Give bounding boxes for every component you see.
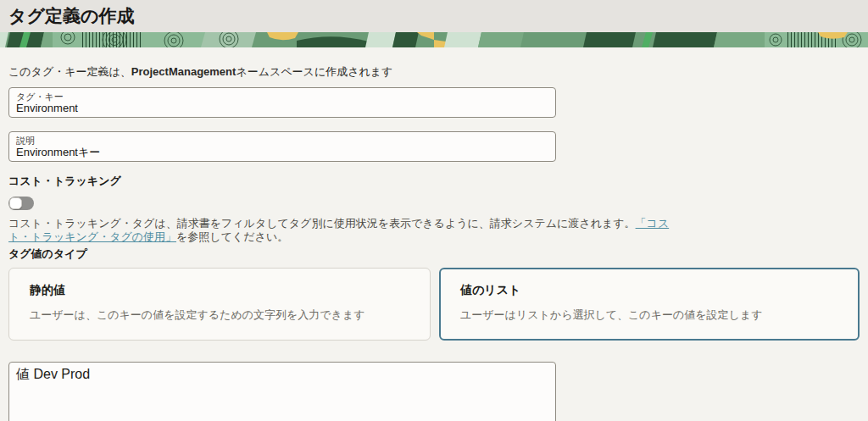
namespace-info-suffix: ネームスペースに作成されます — [236, 65, 392, 78]
namespace-name: ProjectManagement — [131, 65, 236, 78]
cost-tracking-label: コスト・トラッキング — [8, 174, 860, 189]
static-value-option-title: 静的値 — [30, 283, 409, 298]
help-text-suffix: を参照してください。 — [176, 230, 288, 243]
namespace-info-prefix: このタグ・キー定義は、 — [8, 65, 131, 78]
cost-tracking-toggle[interactable] — [8, 197, 34, 210]
tag-key-label: タグ・キー — [16, 91, 548, 102]
description-value: Environmentキー — [16, 146, 548, 158]
description-field[interactable]: 説明 Environmentキー — [8, 131, 556, 162]
decorative-banner — [0, 32, 868, 47]
tag-value-type-label: タグ値のタイプ — [8, 247, 860, 262]
help-text-prefix: コスト・トラッキング・タグは、請求書をフィルタしてタグ別に使用状況を表示できるよ… — [8, 217, 636, 230]
values-value: Dev Prod — [33, 367, 90, 381]
list-of-values-option-card[interactable]: 値のリスト ユーザーはリストから選択して、このキーの値を設定します — [439, 268, 860, 341]
list-of-values-option-description: ユーザーはリストから選択して、このキーの値を設定します — [460, 307, 838, 323]
static-value-option-description: ユーザーは、このキーの値を設定するための文字列を入力できます — [30, 307, 409, 323]
static-value-option-card[interactable]: 静的値 ユーザーは、このキーの値を設定するための文字列を入力できます — [8, 268, 431, 341]
form-content: このタグ・キー定義は、ProjectManagementネームスペースに作成され… — [0, 64, 868, 421]
tag-key-value: Environment — [16, 102, 548, 114]
description-label: 説明 — [16, 136, 548, 146]
page-header: タグ定義の作成 — [0, 0, 868, 32]
cost-tracking-help-text: コスト・トラッキング・タグは、請求書をフィルタしてタグ別に使用状況を表示できるよ… — [8, 217, 680, 244]
namespace-info-text: このタグ・キー定義は、ProjectManagementネームスペースに作成され… — [8, 64, 860, 80]
list-of-values-option-title: 値のリスト — [460, 283, 838, 298]
values-field[interactable]: 値 Dev Prod — [8, 362, 556, 421]
toggle-knob — [9, 197, 22, 209]
tag-key-field[interactable]: タグ・キー Environment — [8, 87, 556, 118]
values-label: 値 — [16, 367, 30, 381]
tag-value-type-options: 静的値 ユーザーは、このキーの値を設定するための文字列を入力できます 値のリスト… — [8, 268, 860, 341]
page-title: タグ定義の作成 — [8, 4, 134, 28]
